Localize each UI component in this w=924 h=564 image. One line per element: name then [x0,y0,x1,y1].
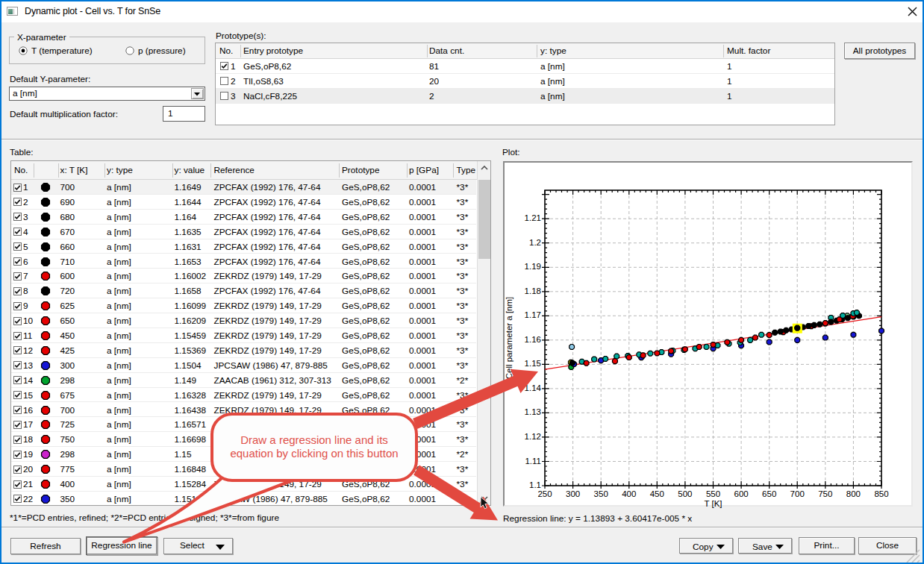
svg-text:equation by clicking on this b: equation by clicking on this button [230,447,398,460]
svg-text:Draw a regression line and its: Draw a regression line and its [240,433,388,446]
